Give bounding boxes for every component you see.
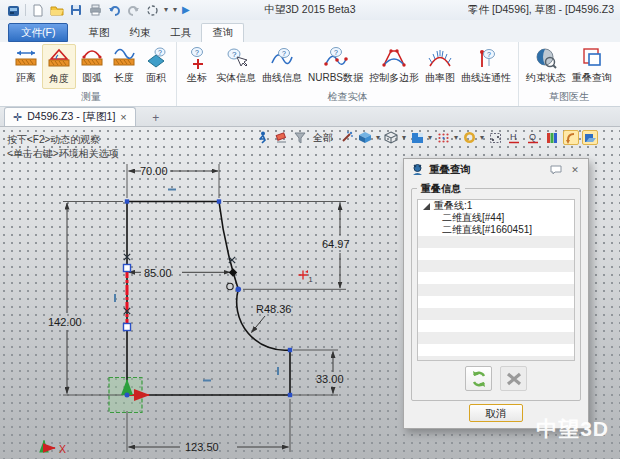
- dropdown-caret-icon[interactable]: ▾: [173, 6, 177, 14]
- play-icon[interactable]: ▶: [182, 5, 190, 15]
- svg-text:?: ?: [158, 49, 162, 56]
- area-button[interactable]: ? 面积: [140, 44, 172, 87]
- upper-curve: [219, 202, 238, 290]
- panel-title: 重叠查询: [429, 163, 544, 177]
- overlap-endpoint-top[interactable]: [124, 265, 131, 272]
- refresh-button[interactable]: [465, 366, 492, 391]
- curvature-plot-button[interactable]: 曲率图: [422, 44, 458, 87]
- panel-title-bar[interactable]: 重叠查询 ✕: [404, 159, 588, 180]
- comment-balloon-icon[interactable]: [549, 163, 563, 177]
- document-tab-bar: ✛ D4596.Z3 - [草图1] × +: [0, 107, 620, 127]
- tree-node-line1[interactable]: 二维直线[#44]: [418, 212, 574, 224]
- area-icon: ?: [143, 46, 169, 70]
- arc-button[interactable]: 圆弧: [76, 44, 108, 87]
- group-label-sketch-doctor: 草图医生: [523, 89, 615, 106]
- nurbs-data-icon: ?: [323, 46, 349, 70]
- vertex-points[interactable]: [125, 199, 292, 397]
- constraint-status-button[interactable]: 约束状态: [523, 44, 569, 87]
- menu-tab-inquire[interactable]: 查询: [201, 23, 244, 42]
- control-polygon-button[interactable]: 控制多边形: [366, 44, 422, 87]
- svg-text:?: ?: [334, 49, 338, 56]
- ribbon-group-inspect: ? 坐标 ? 实体信息 ? 曲线信息: [177, 42, 519, 106]
- svg-text:1: 1: [309, 275, 313, 284]
- tree-expand-icon[interactable]: [423, 203, 430, 210]
- dropdown-caret-icon[interactable]: ▾: [164, 6, 168, 14]
- control-polygon-icon: [381, 46, 407, 70]
- tangent-circle-mark: [227, 283, 233, 289]
- close-tab-icon[interactable]: ×: [120, 111, 126, 123]
- overlap-tree-list[interactable]: 重叠线:1 二维直线[#44] 二维直线[#1660451]: [417, 199, 575, 361]
- distance-button[interactable]: 距离: [10, 44, 42, 87]
- dim-left-height[interactable]: 142.00: [48, 316, 82, 328]
- reference-point-marker[interactable]: 1: [299, 270, 313, 284]
- arc-icon: [79, 46, 105, 70]
- list-empty-rows: [418, 236, 574, 360]
- open-file-icon[interactable]: [50, 3, 64, 17]
- dim-mid-width[interactable]: 85.00: [144, 267, 172, 279]
- angle-button[interactable]: 角度: [42, 44, 76, 89]
- length-icon: [111, 46, 137, 70]
- ribbon-group-sketch-doctor: 约束状态 重叠查询 草图医生: [519, 42, 619, 106]
- menu-tab-tools[interactable]: 工具: [160, 23, 201, 42]
- fillet-arc: [237, 289, 290, 350]
- distance-icon: [13, 46, 39, 70]
- selection-circle-icon[interactable]: [145, 3, 159, 17]
- menu-tab-file[interactable]: 文件(F): [8, 23, 68, 42]
- save-icon[interactable]: [69, 3, 83, 17]
- group-label-measure: 测量: [10, 89, 172, 106]
- view-triad: X: [44, 441, 66, 455]
- overlap-endpoint-bottom[interactable]: [124, 324, 131, 331]
- document-tab-label: D4596.Z3 - [草图1]: [27, 110, 115, 124]
- constraint-status-icon: [533, 46, 559, 70]
- overlap-info-groupbox: 重叠信息 重叠线:1 二维直线[#44] 二维直线[#1660451]: [411, 188, 581, 401]
- angle-icon: [46, 47, 72, 71]
- new-file-icon[interactable]: [31, 3, 45, 17]
- group-label-inspect: 检查实体: [181, 89, 514, 106]
- curve-info-button[interactable]: ? 曲线信息: [259, 44, 305, 87]
- svg-text:?: ?: [232, 50, 237, 59]
- dim-top-width[interactable]: 70.00: [140, 165, 168, 177]
- divider: [25, 4, 26, 16]
- tree-node-line2[interactable]: 二维直线[#1660451]: [418, 224, 574, 236]
- dim-right-height[interactable]: 64.97: [322, 238, 350, 250]
- tree-node-root[interactable]: 重叠线:1: [418, 200, 574, 212]
- groupbox-label: 重叠信息: [417, 182, 465, 196]
- svg-text:?: ?: [282, 50, 286, 57]
- dim-right-lower[interactable]: 33.00: [316, 373, 344, 385]
- panel-actions: [417, 361, 575, 395]
- entity-info-button[interactable]: ? 实体信息: [213, 44, 259, 87]
- dim-radius[interactable]: R48.36: [256, 303, 291, 315]
- cancel-button[interactable]: 取消: [469, 404, 523, 422]
- sketch-geometry[interactable]: [127, 202, 290, 396]
- sketch-canvas[interactable]: 全部 ▾ ▾ ▾ ▾ ▾ H: [0, 127, 620, 459]
- delete-overlap-button[interactable]: [500, 366, 527, 391]
- undo-icon[interactable]: [107, 3, 121, 17]
- zw3d-window: ▾ ▾ ▶ 中望3D 2015 Beta3 零件 [D4596], 草图 - […: [0, 0, 620, 459]
- app-logo-icon[interactable]: [6, 3, 20, 17]
- constraint-symbols: [115, 190, 278, 381]
- entity-info-icon: ?: [223, 46, 249, 70]
- new-tab-button[interactable]: +: [146, 110, 166, 126]
- dimension-lines: [67, 171, 340, 447]
- curve-connectivity-button[interactable]: ? 曲线连通性: [458, 44, 514, 87]
- document-title: 零件 [D4596], 草图 - [D4596.Z3: [468, 3, 614, 17]
- coordinate-button[interactable]: ? 坐标: [181, 44, 213, 87]
- ribbon: 距离 角度 圆弧 长度: [0, 42, 620, 107]
- delete-x-icon: [506, 372, 522, 386]
- axis-x-label: X: [59, 443, 66, 455]
- point-cross-marks: [124, 254, 235, 314]
- coordinate-icon: ?: [184, 46, 210, 70]
- menu-tab-sketch[interactable]: 草图: [78, 23, 119, 42]
- overlap-inquire-icon: [579, 46, 605, 70]
- menu-tab-constraint[interactable]: 约束: [119, 23, 160, 42]
- title-bar: ▾ ▾ ▶ 中望3D 2015 Beta3 零件 [D4596], 草图 - […: [0, 0, 620, 20]
- document-tab[interactable]: ✛ D4596.Z3 - [草图1] ×: [4, 107, 136, 126]
- overlap-inquire-button[interactable]: 重叠查询: [569, 44, 615, 87]
- svg-text:?: ?: [487, 51, 491, 58]
- nurbs-data-button[interactable]: ? NURBS数据: [305, 44, 366, 87]
- redo-icon[interactable]: [126, 3, 140, 17]
- print-icon[interactable]: [88, 3, 102, 17]
- length-button[interactable]: 长度: [108, 44, 140, 87]
- dim-bottom-width[interactable]: 123.50: [185, 441, 219, 453]
- panel-close-icon[interactable]: ✕: [568, 163, 582, 177]
